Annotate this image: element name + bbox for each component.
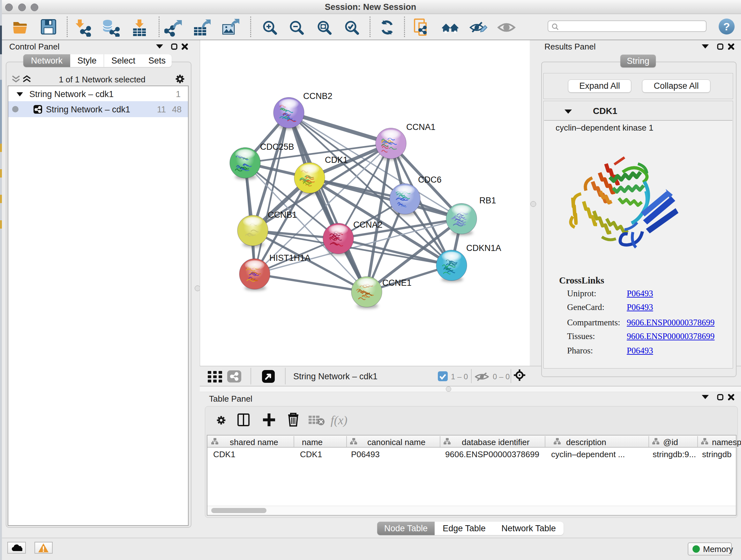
svg-text:CDK1: CDK1	[325, 155, 348, 165]
svg-text:CCNE1: CCNE1	[382, 278, 412, 288]
svg-text:CDC6: CDC6	[418, 175, 442, 185]
svg-text:RB1: RB1	[479, 196, 496, 205]
svg-text:CCNA1: CCNA1	[406, 122, 435, 132]
svg-text:CCNB1: CCNB1	[268, 210, 297, 220]
svg-text:CDC25B: CDC25B	[260, 142, 294, 152]
svg-text:CCNB2: CCNB2	[303, 91, 333, 101]
svg-text:HIST1H1A: HIST1H1A	[269, 253, 311, 263]
svg-text:CDKN1A: CDKN1A	[466, 243, 501, 253]
svg-text:CCNA2: CCNA2	[353, 220, 383, 230]
